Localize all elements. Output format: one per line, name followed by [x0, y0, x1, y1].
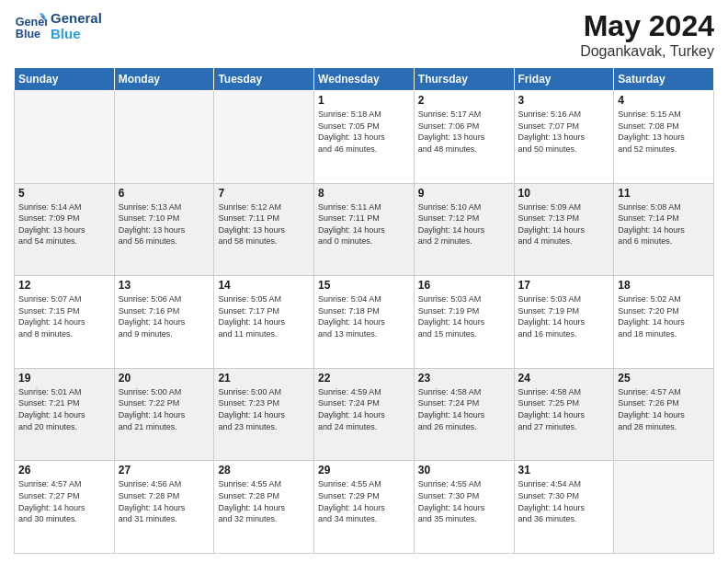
day-info: Sunrise: 4:55 AM Sunset: 7:28 PM Dayligh… [218, 478, 310, 524]
calendar-cell: 19Sunrise: 5:01 AM Sunset: 7:21 PM Dayli… [15, 368, 115, 461]
weekday-header-wednesday: Wednesday [314, 68, 415, 91]
week-row-5: 26Sunrise: 4:57 AM Sunset: 7:27 PM Dayli… [15, 461, 714, 554]
calendar-cell: 21Sunrise: 5:00 AM Sunset: 7:23 PM Dayli… [214, 368, 314, 461]
day-info: Sunrise: 4:58 AM Sunset: 7:24 PM Dayligh… [418, 386, 510, 432]
calendar-cell: 16Sunrise: 5:03 AM Sunset: 7:19 PM Dayli… [414, 276, 514, 369]
calendar-title: May 2024 [580, 9, 714, 43]
day-number: 5 [18, 187, 110, 200]
day-number: 28 [218, 464, 310, 477]
calendar-cell: 18Sunrise: 5:02 AM Sunset: 7:20 PM Dayli… [614, 276, 714, 369]
day-info: Sunrise: 5:00 AM Sunset: 7:22 PM Dayligh… [119, 386, 210, 432]
calendar-table: SundayMondayTuesdayWednesdayThursdayFrid… [14, 67, 714, 554]
calendar-cell: 29Sunrise: 4:55 AM Sunset: 7:29 PM Dayli… [314, 461, 415, 554]
calendar-cell: 8Sunrise: 5:11 AM Sunset: 7:11 PM Daylig… [314, 183, 415, 276]
day-info: Sunrise: 5:01 AM Sunset: 7:21 PM Dayligh… [18, 386, 110, 432]
calendar-cell: 9Sunrise: 5:10 AM Sunset: 7:12 PM Daylig… [414, 183, 514, 276]
calendar-cell: 7Sunrise: 5:12 AM Sunset: 7:11 PM Daylig… [214, 183, 314, 276]
weekday-header-tuesday: Tuesday [214, 68, 314, 91]
day-number: 27 [119, 464, 210, 477]
calendar-cell: 20Sunrise: 5:00 AM Sunset: 7:22 PM Dayli… [114, 368, 214, 461]
day-number: 8 [318, 187, 410, 200]
calendar-cell: 31Sunrise: 4:54 AM Sunset: 7:30 PM Dayli… [514, 461, 614, 554]
day-number: 18 [618, 279, 710, 292]
calendar-cell: 5Sunrise: 5:14 AM Sunset: 7:09 PM Daylig… [15, 183, 115, 276]
calendar-subtitle: Dogankavak, Turkey [580, 43, 714, 60]
day-number: 16 [418, 279, 510, 292]
day-number: 15 [318, 279, 410, 292]
calendar-cell: 12Sunrise: 5:07 AM Sunset: 7:15 PM Dayli… [15, 276, 115, 369]
day-number: 14 [218, 279, 310, 292]
day-number: 11 [618, 187, 710, 200]
day-info: Sunrise: 4:58 AM Sunset: 7:25 PM Dayligh… [518, 386, 610, 432]
day-info: Sunrise: 5:17 AM Sunset: 7:06 PM Dayligh… [418, 109, 510, 155]
calendar-cell: 27Sunrise: 4:56 AM Sunset: 7:28 PM Dayli… [114, 461, 214, 554]
logo-text: General Blue [51, 10, 102, 41]
day-number: 6 [119, 187, 210, 200]
day-info: Sunrise: 5:16 AM Sunset: 7:07 PM Dayligh… [518, 109, 610, 155]
day-info: Sunrise: 5:03 AM Sunset: 7:19 PM Dayligh… [418, 293, 510, 339]
weekday-header-thursday: Thursday [414, 68, 514, 91]
calendar-cell: 26Sunrise: 4:57 AM Sunset: 7:27 PM Dayli… [15, 461, 115, 554]
calendar-cell: 4Sunrise: 5:15 AM Sunset: 7:08 PM Daylig… [614, 91, 714, 184]
calendar-cell: 30Sunrise: 4:55 AM Sunset: 7:30 PM Dayli… [414, 461, 514, 554]
day-info: Sunrise: 5:03 AM Sunset: 7:19 PM Dayligh… [518, 293, 610, 339]
day-info: Sunrise: 5:05 AM Sunset: 7:17 PM Dayligh… [218, 293, 310, 339]
calendar-cell: 23Sunrise: 4:58 AM Sunset: 7:24 PM Dayli… [414, 368, 514, 461]
day-number: 31 [518, 464, 610, 477]
day-info: Sunrise: 4:56 AM Sunset: 7:28 PM Dayligh… [119, 478, 210, 524]
day-info: Sunrise: 4:54 AM Sunset: 7:30 PM Dayligh… [518, 478, 610, 524]
day-info: Sunrise: 4:55 AM Sunset: 7:30 PM Dayligh… [418, 478, 510, 524]
svg-text:Blue: Blue [16, 28, 40, 40]
day-info: Sunrise: 5:00 AM Sunset: 7:23 PM Dayligh… [218, 386, 310, 432]
calendar-cell [614, 461, 714, 554]
day-info: Sunrise: 5:09 AM Sunset: 7:13 PM Dayligh… [518, 201, 610, 247]
day-number: 13 [119, 279, 210, 292]
day-number: 9 [418, 187, 510, 200]
day-number: 12 [18, 279, 110, 292]
calendar-cell: 3Sunrise: 5:16 AM Sunset: 7:07 PM Daylig… [514, 91, 614, 184]
day-info: Sunrise: 5:10 AM Sunset: 7:12 PM Dayligh… [418, 201, 510, 247]
day-info: Sunrise: 4:57 AM Sunset: 7:27 PM Dayligh… [18, 478, 110, 524]
title-block: May 2024 Dogankavak, Turkey [580, 9, 714, 60]
logo: General Blue General Blue [14, 9, 102, 42]
day-number: 19 [18, 372, 110, 385]
day-info: Sunrise: 5:14 AM Sunset: 7:09 PM Dayligh… [18, 201, 110, 247]
calendar-cell: 6Sunrise: 5:13 AM Sunset: 7:10 PM Daylig… [114, 183, 214, 276]
day-info: Sunrise: 5:07 AM Sunset: 7:15 PM Dayligh… [18, 293, 110, 339]
calendar-cell: 22Sunrise: 4:59 AM Sunset: 7:24 PM Dayli… [314, 368, 415, 461]
calendar-cell: 15Sunrise: 5:04 AM Sunset: 7:18 PM Dayli… [314, 276, 415, 369]
day-number: 23 [418, 372, 510, 385]
day-number: 30 [418, 464, 510, 477]
day-number: 17 [518, 279, 610, 292]
weekday-header-saturday: Saturday [614, 68, 714, 91]
day-info: Sunrise: 5:18 AM Sunset: 7:05 PM Dayligh… [318, 109, 410, 155]
day-number: 21 [218, 372, 310, 385]
calendar-cell [114, 91, 214, 184]
calendar-cell: 25Sunrise: 4:57 AM Sunset: 7:26 PM Dayli… [614, 368, 714, 461]
weekday-header-row: SundayMondayTuesdayWednesdayThursdayFrid… [15, 68, 714, 91]
day-number: 2 [418, 94, 510, 107]
calendar-cell [214, 91, 314, 184]
weekday-header-monday: Monday [114, 68, 214, 91]
header: General Blue General Blue May 2024 Dogan… [14, 9, 714, 60]
day-info: Sunrise: 5:06 AM Sunset: 7:16 PM Dayligh… [119, 293, 210, 339]
day-info: Sunrise: 5:12 AM Sunset: 7:11 PM Dayligh… [218, 201, 310, 247]
calendar-page: General Blue General Blue May 2024 Dogan… [0, 0, 728, 563]
day-info: Sunrise: 5:13 AM Sunset: 7:10 PM Dayligh… [119, 201, 210, 247]
calendar-cell: 28Sunrise: 4:55 AM Sunset: 7:28 PM Dayli… [214, 461, 314, 554]
day-info: Sunrise: 5:11 AM Sunset: 7:11 PM Dayligh… [318, 201, 410, 247]
day-info: Sunrise: 4:59 AM Sunset: 7:24 PM Dayligh… [318, 386, 410, 432]
day-number: 7 [218, 187, 310, 200]
calendar-cell [15, 91, 115, 184]
day-info: Sunrise: 4:57 AM Sunset: 7:26 PM Dayligh… [618, 386, 710, 432]
day-number: 4 [618, 94, 710, 107]
calendar-cell: 17Sunrise: 5:03 AM Sunset: 7:19 PM Dayli… [514, 276, 614, 369]
week-row-2: 5Sunrise: 5:14 AM Sunset: 7:09 PM Daylig… [15, 183, 714, 276]
day-info: Sunrise: 5:15 AM Sunset: 7:08 PM Dayligh… [618, 109, 710, 155]
day-info: Sunrise: 5:04 AM Sunset: 7:18 PM Dayligh… [318, 293, 410, 339]
day-number: 24 [518, 372, 610, 385]
day-number: 20 [119, 372, 210, 385]
week-row-4: 19Sunrise: 5:01 AM Sunset: 7:21 PM Dayli… [15, 368, 714, 461]
calendar-cell: 24Sunrise: 4:58 AM Sunset: 7:25 PM Dayli… [514, 368, 614, 461]
day-info: Sunrise: 5:02 AM Sunset: 7:20 PM Dayligh… [618, 293, 710, 339]
